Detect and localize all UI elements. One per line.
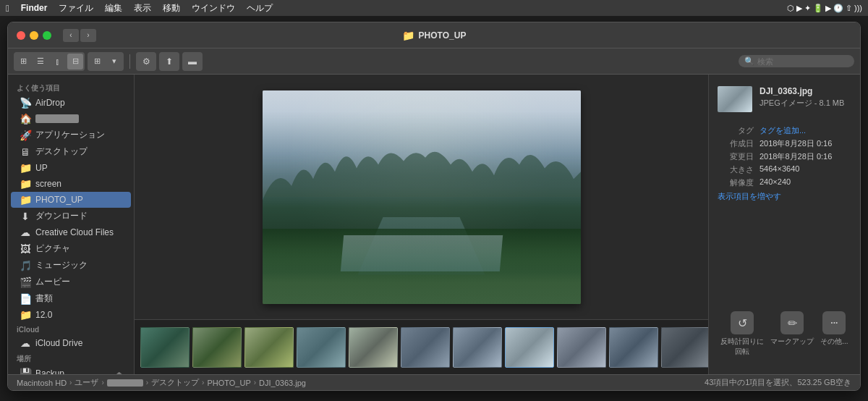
thumbnail-strip[interactable] [135,319,708,374]
minimize-button[interactable] [30,31,38,40]
sidebar-item-label: PHOTO_UP [35,195,83,205]
file-name: DJI_0363.jpg [760,86,844,96]
breadcrumb-item-file[interactable]: DJI_0363.jpg [259,379,306,387]
sidebar-item-applications[interactable]: 🚀 アプリケーション [11,127,131,143]
view-sub-down[interactable]: ▾ [106,54,122,69]
sidebar-item-music[interactable]: 🎵 ミュージック [11,257,131,274]
sidebar-item-label [35,114,79,123]
movies-icon: 🎬 [20,277,31,288]
menubar-extras: ⬡ ▶ ✦ 🔋 ▶ 🕐 ⇧ ))) [787,4,862,13]
traffic-lights [17,31,51,40]
close-button[interactable] [17,31,25,40]
icloud-label: iCloud [8,323,134,335]
sidebar-item-screen[interactable]: 📁 screen [11,176,131,192]
sidebar-item-label: ピクチャ [35,242,70,255]
show-more-button[interactable]: 表示項目を増やす [718,191,851,202]
sidebar-item-movies[interactable]: 🎬 ムービー [11,274,131,290]
sidebar-item-icloud-drive[interactable]: ☁ iCloud Drive [11,335,131,351]
view-option-group: ⊞ ▾ [88,52,124,71]
thumbnail-8-selected[interactable] [505,327,554,368]
sidebar-item-up[interactable]: 📁 UP [11,160,131,176]
resolution-value: 240×240 [760,177,791,188]
favorites-label: よく使う項目 [8,80,134,95]
view-sub-btn[interactable]: ⊞ [89,54,105,69]
home-icon: 🏠 [20,113,31,124]
search-box[interactable]: 🔍 [739,55,854,67]
sidebar-item-12[interactable]: 📁 12.0 [11,307,131,323]
breadcrumb-item-user[interactable] [107,379,143,387]
main-preview-image [263,90,581,304]
tag-add[interactable]: タグを追加... [760,125,806,136]
breadcrumb-item-desktop[interactable]: デスクトップ [151,377,199,388]
thumbnail-11[interactable] [661,327,708,368]
size-label: 大きさ [718,164,754,175]
maximize-button[interactable] [43,31,51,40]
thumbnail-9[interactable] [557,327,606,368]
menu-edit[interactable]: 編集 [105,2,122,14]
sidebar-item-downloads[interactable]: ⬇ ダウンロード [11,208,131,224]
rotate-icon: ↺ [731,311,754,334]
breadcrumb-sep-4: › [202,379,204,387]
sidebar-item-label: Backup [35,368,64,374]
window-title-text: PHOTO_UP [419,30,467,41]
sidebar-item-desktop[interactable]: 🖥 デスクトップ [11,143,131,160]
gallery-area[interactable] [135,75,708,319]
thumbnail-7[interactable] [453,327,502,368]
created-value: 2018年8月28日 0:16 [760,138,832,149]
menu-window[interactable]: ウインドウ [192,2,235,14]
sidebar-item-airdrop[interactable]: 📡 AirDrop [11,95,131,111]
view-list-btn[interactable]: ☰ [33,54,48,69]
more-icon: ··· [822,311,846,334]
thumbnail-4[interactable] [297,327,346,368]
thumbnail-6[interactable] [401,327,450,368]
finder-window: ‹ › 📁 PHOTO_UP ⊞ ☰ ⫿ ⊟ ⊞ ▾ ⚙ ⬆ ▬ 🔍 [7,22,861,391]
forward-button[interactable]: › [80,29,96,42]
tag-row: タグ タグを追加... [718,125,851,136]
markup-button[interactable]: ✏ マークアップ [770,311,814,357]
view-mode-group: ⊞ ☰ ⫿ ⊟ [14,52,85,71]
thumbnail-3[interactable] [244,327,294,368]
sidebar-item-documents[interactable]: 📄 書類 [11,290,131,307]
menu-file[interactable]: ファイル [59,2,93,14]
backup-icon: 💾 [20,368,31,374]
sidebar-item-photo-up[interactable]: 📁 PHOTO_UP [11,192,131,208]
menu-help[interactable]: ヘルプ [247,2,273,14]
view-icon-btn[interactable]: ⊞ [15,54,31,69]
thumbnail-5[interactable] [349,327,398,368]
thumbnail-1[interactable] [140,327,190,368]
more-button[interactable]: ··· その他... [820,311,848,357]
sidebar-item-home[interactable]: 🏠 [11,111,131,127]
breadcrumb-item-photo-up[interactable]: PHOTO_UP [207,379,250,387]
preview-toggle-button[interactable]: ▬ [182,52,203,71]
breadcrumb-item-hd[interactable]: Macintosh HD [17,379,67,387]
sidebar-item-pictures[interactable]: 🖼 ピクチャ [11,240,131,257]
content-area: よく使う項目 📡 AirDrop 🏠 🚀 アプリケーション 🖥 デスクトップ 📁… [8,75,860,374]
apple-menu-icon[interactable]:  [6,3,9,14]
file-preview-header: DJI_0363.jpg JPEGイメージ - 8.1 MB [718,86,851,112]
settings-button[interactable]: ⚙ [136,52,156,71]
modified-value: 2018年8月28日 0:16 [760,151,832,162]
sidebar-item-label: UP [35,163,48,173]
sidebar-item-creative-cloud[interactable]: ☁ Creative Cloud Files [11,224,131,240]
menu-finder[interactable]: Finder [21,3,48,13]
sidebar-item-label: Creative Cloud Files [35,227,114,237]
menu-view[interactable]: 表示 [134,2,151,14]
markup-icon: ✏ [780,311,804,334]
sidebar-item-backup[interactable]: 💾 Backup ⏏ [11,366,131,374]
view-column-btn[interactable]: ⫿ [50,54,66,69]
thumbnail-10[interactable] [609,327,658,368]
sidebar-item-label: 書類 [35,292,53,305]
resolution-row: 解像度 240×240 [718,177,851,188]
thumbnail-2[interactable] [192,327,242,368]
share-button[interactable]: ⬆ [159,52,179,71]
menu-go[interactable]: 移動 [163,2,180,14]
search-icon: 🔍 [744,56,754,66]
view-gallery-btn[interactable]: ⊟ [67,54,83,69]
right-panel: DJI_0363.jpg JPEGイメージ - 8.1 MB タグ タグを追加.… [708,75,860,374]
rotate-button[interactable]: ↺ 反時計回りに回転 [720,311,764,357]
search-input[interactable] [757,57,844,66]
main-area [135,75,708,374]
breadcrumb-item-users[interactable]: ユーザ [75,377,98,388]
back-button[interactable]: ‹ [63,29,79,42]
sidebar: よく使う項目 📡 AirDrop 🏠 🚀 アプリケーション 🖥 デスクトップ 📁… [8,75,135,374]
